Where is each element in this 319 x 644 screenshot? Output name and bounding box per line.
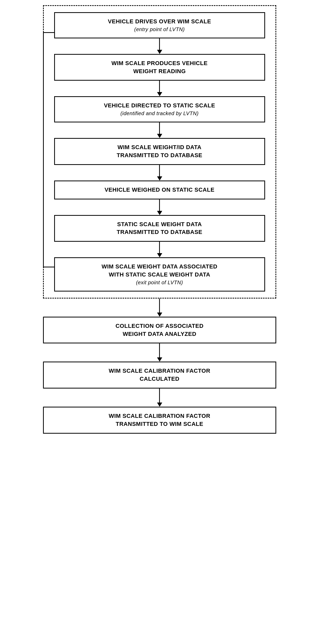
box9-line1: WIM SCALE CALIBRATION FACTOR (109, 368, 210, 374)
box1-line2: (entry point of LVTN) (63, 26, 257, 33)
box4-line2: TRANSMITTED TO DATABASE (117, 152, 202, 158)
arrow-5-line (159, 199, 160, 211)
box-static-scale-data: STATIC SCALE WEIGHT DATA TRANSMITTED TO … (54, 215, 265, 242)
box-vehicle-weighed: VEHICLE WEIGHED ON STATIC SCALE (54, 181, 265, 199)
box6-line2: TRANSMITTED TO DATABASE (117, 229, 202, 235)
box-wim-id-data: WIM SCALE WEIGHT/ID DATA TRANSMITTED TO … (54, 138, 265, 165)
arrow-6-line (159, 242, 160, 253)
arrow-1-head (157, 50, 162, 54)
arrow-exit-head (157, 313, 162, 317)
arrow-3 (54, 122, 265, 138)
loop-horiz-top-line (43, 32, 54, 33)
arrow-6-head (157, 253, 162, 257)
arrow-6 (54, 242, 265, 257)
arrow-1 (54, 38, 265, 54)
box7-line1: WIM SCALE WEIGHT DATA ASSOCIATED (102, 263, 217, 270)
box10-line1: WIM SCALE CALIBRATION FACTOR (109, 413, 210, 419)
loop-horiz-bottom-line (43, 267, 54, 267)
box-vehicle-drives: VEHICLE DRIVES OVER WIM SCALE (entry poi… (54, 12, 265, 38)
lvtn-loop-section: VEHICLE DRIVES OVER WIM SCALE (entry poi… (43, 5, 276, 299)
box4-line1: WIM SCALE WEIGHT/ID DATA (117, 144, 201, 150)
box-calibration-transmitted: WIM SCALE CALIBRATION FACTOR TRANSMITTED… (43, 407, 276, 434)
arrow-4-head (157, 176, 162, 181)
arrow-4 (54, 165, 265, 181)
arrow-8 (43, 389, 276, 407)
arrow-1-line (159, 38, 160, 50)
box1-line1: VEHICLE DRIVES OVER WIM SCALE (108, 18, 211, 25)
box-wim-associated: WIM SCALE WEIGHT DATA ASSOCIATED WITH ST… (54, 257, 265, 292)
arrow-2-head (157, 92, 162, 96)
arrow-5 (54, 199, 265, 215)
arrow-8-line (159, 389, 160, 403)
arrow-8-head (157, 403, 162, 407)
arrow-2-line (159, 81, 160, 92)
box-collection-analyzed: COLLECTION OF ASSOCIATED WEIGHT DATA ANA… (43, 317, 276, 344)
box3-line2: (identified and tracked by LVTN) (63, 110, 257, 117)
box7-line2: WITH STATIC SCALE WEIGHT DATA (109, 271, 210, 278)
loop-left-vertical-line (43, 32, 44, 267)
arrow-2 (54, 81, 265, 96)
box7-line3: (exit point of LVTN) (63, 279, 257, 286)
arrow-7-head (157, 357, 162, 362)
diagram-container: VEHICLE DRIVES OVER WIM SCALE (entry poi… (17, 5, 302, 434)
box2-line1: WIM SCALE PRODUCES VEHICLE (111, 60, 208, 66)
arrow-4-line (159, 165, 160, 176)
box6-line1: STATIC SCALE WEIGHT DATA (117, 221, 202, 227)
arrow-3-head (157, 134, 162, 138)
box5-line1: VEHICLE WEIGHED ON STATIC SCALE (104, 186, 214, 193)
box-wim-produces: WIM SCALE PRODUCES VEHICLE WEIGHT READIN… (54, 54, 265, 81)
box-calibration-calculated: WIM SCALE CALIBRATION FACTOR CALCULATED (43, 362, 276, 389)
arrow-exit-dashed (157, 299, 162, 317)
arrow-5-head (157, 211, 162, 215)
lvtn-inner: VEHICLE DRIVES OVER WIM SCALE (entry poi… (54, 12, 265, 292)
arrow-7 (43, 343, 276, 362)
box8-line1: COLLECTION OF ASSOCIATED (116, 323, 204, 329)
box10-line2: TRANSMITTED TO WIM SCALE (116, 421, 203, 427)
box8-line2: WEIGHT DATA ANALYZED (123, 331, 196, 337)
box2-line2: WEIGHT READING (133, 68, 186, 74)
outer-flow-section: COLLECTION OF ASSOCIATED WEIGHT DATA ANA… (43, 317, 276, 434)
box3-line1: VEHICLE DIRECTED TO STATIC SCALE (104, 102, 215, 109)
arrow-3-line (159, 122, 160, 134)
arrow-7-line (159, 343, 160, 357)
box-vehicle-directed: VEHICLE DIRECTED TO STATIC SCALE (identi… (54, 96, 265, 122)
arrow-exit-line (159, 299, 160, 313)
box9-line2: CALCULATED (140, 376, 180, 382)
